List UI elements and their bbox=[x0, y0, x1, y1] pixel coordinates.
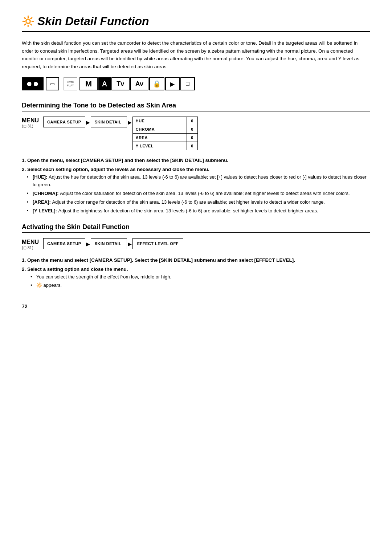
tv-letter: Tv bbox=[117, 80, 124, 88]
section2-bullet2-text: 🔆 appears. bbox=[36, 282, 62, 288]
section2-menu-word: MENU bbox=[22, 239, 39, 245]
square-mode-box: □ bbox=[180, 77, 195, 90]
section2-step2-title: 2. Select a setting option and close the… bbox=[22, 266, 370, 272]
section2-bullets: You can select the strength of the effec… bbox=[22, 273, 370, 289]
option-ylevel: Y LEVEL 0 bbox=[132, 142, 198, 150]
area-label: AREA bbox=[133, 134, 187, 142]
effect-level-label: EFFECT LEVEL OFF bbox=[137, 241, 179, 246]
av-letter: Av bbox=[135, 80, 143, 88]
effect-level-box: EFFECT LEVEL OFF bbox=[132, 238, 183, 249]
chroma-label: CHROMA bbox=[133, 125, 187, 133]
section2-bullet1-text: You can select the strength of the effec… bbox=[36, 274, 171, 280]
section1-options: HUE 0 CHROMA 0 AREA 0 Y LEVEL 0 bbox=[132, 117, 198, 150]
bullet-area-text: Adjust the color range for detection of … bbox=[52, 199, 325, 205]
section2-arrow1: ▶ bbox=[85, 238, 91, 247]
bullet-area-label: [AREA]: bbox=[33, 199, 52, 205]
bullet-chroma: [CHROMA]: Adjust the color saturation fo… bbox=[29, 190, 370, 197]
intro-paragraph: With the skin detail function you can se… bbox=[22, 39, 370, 70]
section1-bullets: [HUE]: Adjust the hue for detection of t… bbox=[22, 174, 370, 215]
option-area: AREA 0 bbox=[132, 134, 198, 142]
section2-bullet1: You can select the strength of the effec… bbox=[33, 273, 370, 281]
camera-setup-box: CAMERA SETUP bbox=[43, 117, 85, 127]
tape-mode-box: ⏺⏺ bbox=[22, 77, 44, 90]
a-letter: A bbox=[102, 80, 107, 88]
section1-step1-title: 1. Open the menu, select [CAMERA SETUP] … bbox=[22, 158, 370, 163]
page-number: 72 bbox=[22, 304, 370, 309]
section1-step2-title: 2. Select each setting option, adjust th… bbox=[22, 167, 370, 172]
section2-step1: 1. Open the menu and select [CAMERA SETU… bbox=[22, 257, 370, 263]
bullet-chroma-text: Adjust the color saturation for detectio… bbox=[60, 191, 350, 196]
bullet-hue: [HUE]: Adjust the hue for detection of t… bbox=[29, 174, 370, 188]
section1-heading: Determining the Tone to be Detected as S… bbox=[22, 102, 370, 111]
video-mode-box: ▶ bbox=[165, 77, 180, 90]
section2-heading: Activating the Skin Detail Function bbox=[22, 223, 370, 233]
section2-menu-diagram: MENU (◻ 31) CAMERA SETUP ▶ SKIN DETAIL ▶… bbox=[22, 238, 370, 250]
tape-icon: ⏺⏺ bbox=[26, 80, 39, 88]
section2-arrow2: ▶ bbox=[127, 238, 132, 247]
ylevel-label: Y LEVEL bbox=[133, 142, 187, 150]
option-chroma: CHROMA 0 bbox=[132, 125, 198, 134]
section2-skin-detail-box: SKIN DETAIL bbox=[91, 238, 127, 249]
square-icon: □ bbox=[186, 81, 189, 87]
tv-mode-box: Tv bbox=[111, 77, 130, 90]
section2-menu-label: MENU (◻ 31) bbox=[22, 238, 39, 250]
card-icon: ▭ bbox=[50, 81, 55, 87]
vcr-play-box: VCR/ PLAY bbox=[64, 77, 77, 90]
section1-steps: 1. Open the menu, select [CAMERA SETUP] … bbox=[22, 158, 370, 215]
section1-menu-diagram: MENU (◻ 31) CAMERA SETUP ▶ SKIN DETAIL ▶… bbox=[22, 117, 370, 150]
section2-camera-setup-box: CAMERA SETUP bbox=[43, 238, 85, 249]
page-title-section: 🔆 Skin Detail Function bbox=[22, 15, 370, 32]
bullet-hue-text: Adjust the hue for detection of the skin… bbox=[33, 174, 367, 187]
ylevel-value: 0 bbox=[187, 142, 197, 150]
skin-detail-label: SKIN DETAIL bbox=[95, 120, 122, 124]
section2-camera-setup-label: CAMERA SETUP bbox=[47, 241, 81, 246]
section1-menu-label: MENU (◻ 31) bbox=[22, 117, 39, 129]
page-title: Skin Detail Function bbox=[37, 15, 149, 28]
arrow2: ▶ bbox=[127, 117, 132, 125]
m-mode-box: M bbox=[79, 77, 98, 90]
skin-detail-icon: 🔆 bbox=[22, 15, 34, 27]
lock-icon: 🔒 bbox=[153, 80, 161, 88]
section1-step2: 2. Select each setting option, adjust th… bbox=[22, 167, 370, 215]
bullet-ylevel: [Y LEVEL]: Adjust the brightness for det… bbox=[29, 207, 370, 215]
section2-bullet2: 🔆 appears. bbox=[33, 282, 370, 289]
section1-menu-word: MENU bbox=[22, 117, 39, 124]
section2-step1-title: 1. Open the menu and select [CAMERA SETU… bbox=[22, 257, 370, 263]
section2-step2: 2. Select a setting option and close the… bbox=[22, 266, 370, 289]
video-icon: ▶ bbox=[170, 81, 175, 87]
hue-label: HUE bbox=[133, 117, 187, 125]
mode-bar: ⏺⏺ ▭ VCR/ PLAY M A Tv Av 🔒 ▶ □ bbox=[22, 77, 370, 91]
skin-detail-box: SKIN DETAIL bbox=[91, 117, 127, 127]
bullet-ylevel-text: Adjust the brightness for detection of t… bbox=[58, 208, 318, 213]
av-mode-box: Av bbox=[130, 77, 148, 90]
lock-mode-box: 🔒 bbox=[149, 77, 164, 90]
section2-menu-ref: (◻ 31) bbox=[22, 245, 33, 250]
m-letter: M bbox=[85, 79, 92, 89]
bullet-area: [AREA]: Adjust the color range for detec… bbox=[29, 199, 370, 206]
camera-setup-label: CAMERA SETUP bbox=[47, 120, 81, 124]
section1-menu-chain: CAMERA SETUP ▶ SKIN DETAIL ▶ HUE 0 CHROM… bbox=[43, 117, 198, 150]
option-hue: HUE 0 bbox=[132, 117, 198, 125]
a-mode-box: A bbox=[98, 77, 111, 90]
area-value: 0 bbox=[187, 134, 197, 142]
section2-steps: 1. Open the menu and select [CAMERA SETU… bbox=[22, 257, 370, 289]
arrow1: ▶ bbox=[85, 117, 91, 125]
card-mode-box: ▭ bbox=[46, 77, 59, 90]
bullet-ylevel-label: [Y LEVEL]: bbox=[33, 208, 58, 213]
bullet-hue-label: [HUE]: bbox=[33, 174, 49, 180]
section1-step1: 1. Open the menu, select [CAMERA SETUP] … bbox=[22, 158, 370, 163]
section1-menu-ref: (◻ 31) bbox=[22, 124, 33, 129]
bullet-chroma-label: [CHROMA]: bbox=[33, 191, 60, 196]
chroma-value: 0 bbox=[187, 125, 197, 133]
section2-menu-chain: CAMERA SETUP ▶ SKIN DETAIL ▶ EFFECT LEVE… bbox=[43, 238, 183, 249]
section2-skin-detail-label: SKIN DETAIL bbox=[95, 241, 122, 246]
hue-value: 0 bbox=[187, 117, 197, 125]
